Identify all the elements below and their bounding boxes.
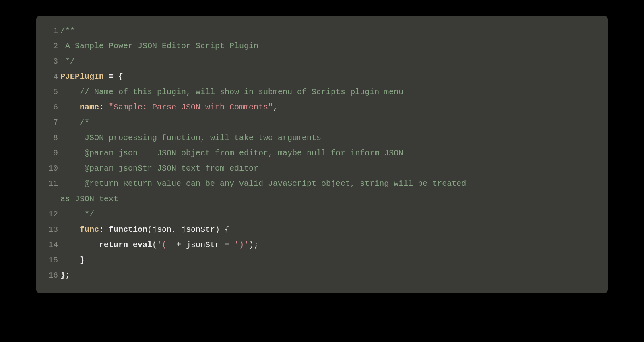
- code-line: 16 };: [44, 268, 600, 283]
- gutter-spacer: [44, 192, 60, 207]
- code-line: 8 JSON processing function, will take tw…: [44, 130, 600, 146]
- code-line: 6 name: "Sample: Parse JSON with Comment…: [44, 100, 600, 115]
- line-number: 16: [44, 268, 58, 283]
- punct-token: ,: [273, 103, 278, 112]
- line-number: 10: [44, 161, 58, 176]
- code-comment[interactable]: JSON processing function, will take two …: [60, 130, 600, 146]
- code-line: 5 // Name of this plugin, will show in s…: [44, 84, 600, 100]
- code-content[interactable]: };: [60, 268, 600, 283]
- line-number: 14: [44, 237, 58, 253]
- punct-token: (: [152, 240, 157, 249]
- line-number: 7: [44, 115, 58, 130]
- function-call-token: eval: [133, 240, 152, 249]
- code-comment[interactable]: A Sample Power JSON Editor Script Plugin: [60, 39, 600, 54]
- code-line: 13 func: function(json, jsonStr) {: [44, 222, 600, 237]
- code-line: 2 A Sample Power JSON Editor Script Plug…: [44, 39, 600, 54]
- code-content[interactable]: func: function(json, jsonStr) {: [60, 222, 600, 237]
- line-number: 5: [44, 84, 58, 100]
- line-number: 13: [44, 222, 58, 237]
- code-line: 15 }: [44, 253, 600, 268]
- keyword-token: function: [109, 225, 147, 234]
- line-number: 9: [44, 146, 58, 161]
- code-comment[interactable]: as JSON text: [60, 192, 118, 207]
- operator-token: + jsonStr +: [171, 240, 234, 249]
- line-number: 6: [44, 100, 58, 115]
- code-content[interactable]: PJEPlugIn = {: [60, 69, 600, 84]
- code-comment[interactable]: */: [60, 54, 600, 69]
- code-comment[interactable]: */: [60, 207, 600, 222]
- line-number: 8: [44, 130, 58, 146]
- code-line: 3 */: [44, 54, 600, 69]
- code-comment[interactable]: @return Return value can be any valid Ja…: [60, 176, 600, 192]
- indent: [60, 240, 99, 249]
- code-line: 12 */: [44, 207, 600, 222]
- string-token: '(': [157, 240, 171, 249]
- code-line: 10 @param jsonStr JSON text from editor: [44, 161, 600, 176]
- line-number: 1: [44, 23, 58, 39]
- code-content[interactable]: return eval('(' + jsonStr + ')');: [60, 237, 600, 253]
- indent: [60, 225, 80, 234]
- key-token: name: [80, 103, 99, 112]
- code-content[interactable]: name: "Sample: Parse JSON with Comments"…: [60, 100, 600, 115]
- line-number: 3: [44, 54, 58, 69]
- keyword-token: return: [99, 240, 133, 249]
- punct-token: );: [249, 240, 258, 249]
- code-editor-panel: 1 /** 2 A Sample Power JSON Editor Scrip…: [36, 16, 608, 293]
- code-line: 11 @return Return value can be any valid…: [44, 176, 600, 192]
- punct-token: :: [99, 225, 109, 234]
- key-token: func: [80, 225, 99, 234]
- code-comment[interactable]: @param json JSON object from editor, may…: [60, 146, 600, 161]
- code-comment[interactable]: /**: [60, 23, 600, 39]
- code-line: 14 return eval('(' + jsonStr + ')');: [44, 237, 600, 253]
- code-content[interactable]: }: [60, 253, 600, 268]
- code-comment[interactable]: /*: [60, 115, 600, 130]
- punct-token: = {: [104, 72, 123, 81]
- code-comment[interactable]: @param jsonStr JSON text from editor: [60, 161, 600, 176]
- line-number: 15: [44, 253, 58, 268]
- string-token: ')': [234, 240, 249, 249]
- line-number: 11: [44, 176, 58, 192]
- line-number: 2: [44, 39, 58, 54]
- line-number: 12: [44, 207, 58, 222]
- params-token: (json, jsonStr) {: [147, 225, 229, 234]
- line-number: 4: [44, 69, 58, 84]
- code-comment[interactable]: // Name of this plugin, will show in sub…: [60, 84, 600, 100]
- string-token: "Sample: Parse JSON with Comments": [109, 103, 273, 112]
- code-line: 7 /*: [44, 115, 600, 130]
- code-line: 4 PJEPlugIn = {: [44, 69, 600, 84]
- code-line: 1 /**: [44, 23, 600, 39]
- punct-token: :: [99, 103, 109, 112]
- code-line: 9 @param json JSON object from editor, m…: [44, 146, 600, 161]
- code-line-continuation: as JSON text: [44, 192, 600, 207]
- indent: [60, 103, 80, 112]
- identifier-token: PJEPlugIn: [60, 72, 104, 81]
